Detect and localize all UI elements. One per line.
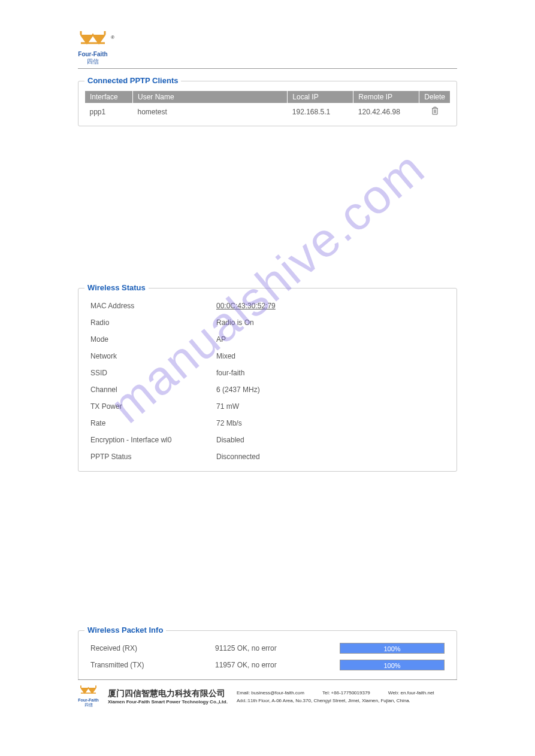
col-remoteip: Remote IP: [353, 91, 419, 104]
status-row: Radio Radio is On: [84, 314, 451, 331]
page-content: Four-Faith 四信 ® Connected PPTP Clients I…: [0, 0, 535, 680]
footer-tel: Tel: +86-17750019379: [322, 690, 370, 696]
cell-remoteip: 120.42.46.98: [353, 104, 419, 120]
four-faith-logo-icon: [78, 30, 108, 51]
footer-brand-name: Four-Faith: [78, 698, 99, 702]
cell-delete: [419, 104, 451, 120]
page-footer: Four-Faith 四信 厦门四信智慧电力科技有限公司 Xiamen Four…: [78, 679, 457, 708]
footer-logo: Four-Faith 四信: [78, 685, 99, 708]
brand-sub: 四信: [87, 57, 99, 66]
col-delete: Delete: [419, 91, 451, 104]
status-value: 72 Mb/s: [216, 419, 445, 427]
footer-web: Web: en.four-faith.net: [388, 690, 434, 696]
status-row: Channel 6 (2437 MHz): [84, 381, 451, 398]
status-value: Disconnected: [216, 453, 445, 461]
packet-row: Transmitted (TX) 11957 OK, no error 100%: [84, 657, 451, 673]
status-value: Radio is On: [216, 318, 445, 327]
wireless-status-title: Wireless Status: [84, 283, 149, 292]
footer-company: 厦门四信智慧电力科技有限公司 Xiamen Four-Faith Smart P…: [108, 688, 228, 705]
status-label: Channel: [90, 385, 216, 394]
status-row: SSID four-faith: [84, 365, 451, 381]
trash-icon[interactable]: [431, 108, 439, 117]
cell-interface: ppp1: [85, 104, 133, 120]
packet-value: 11957 OK, no error: [215, 661, 340, 669]
status-row: Rate 72 Mb/s: [84, 415, 451, 432]
footer-company-en: Xiamen Four-Faith Smart Power Technology…: [108, 699, 228, 705]
footer-contact: Email: business@four-faith.com Tel: +86-…: [237, 690, 434, 703]
progress-container: 100%: [340, 643, 445, 654]
table-header-row: Interface User Name Local IP Remote IP D…: [85, 91, 451, 104]
footer-company-cn: 厦门四信智慧电力科技有限公司: [108, 688, 228, 699]
packet-label: Transmitted (TX): [90, 661, 215, 669]
wireless-packet-panel: Wireless Packet Info Received (RX) 91125…: [78, 630, 457, 680]
pptp-clients-panel: Connected PPTP Clients Interface User Na…: [78, 81, 457, 126]
footer-email: Email: business@four-faith.com: [237, 690, 304, 696]
packet-row: Received (RX) 91125 OK, no error 100%: [84, 640, 451, 657]
status-value: 71 mW: [216, 402, 445, 411]
cell-localip: 192.168.5.1: [288, 104, 353, 120]
status-row: Encryption - Interface wl0 Disabled: [84, 432, 451, 448]
status-label: Mode: [90, 335, 216, 344]
packet-label: Received (RX): [90, 644, 215, 652]
col-localip: Local IP: [288, 91, 353, 104]
status-row: PPTP Status Disconnected: [84, 448, 451, 465]
footer-contact-row: Email: business@four-faith.com Tel: +86-…: [237, 690, 434, 696]
status-label: Encryption - Interface wl0: [90, 436, 216, 444]
status-label: Rate: [90, 419, 216, 427]
header-logo-bar: Four-Faith 四信 ®: [78, 30, 457, 69]
footer-address: Add.:11th Floor, A-06 Area, No.370, Chen…: [237, 698, 434, 703]
pptp-clients-table: Interface User Name Local IP Remote IP D…: [84, 90, 451, 120]
progress-bar: 100%: [340, 643, 445, 654]
status-value: Mixed: [216, 352, 445, 360]
trademark-icon: ®: [111, 35, 114, 40]
footer-brand-sub: 四信: [84, 702, 93, 708]
status-row: Network Mixed: [84, 348, 451, 365]
packet-panel-title: Wireless Packet Info: [84, 626, 166, 634]
wireless-status-panel: Wireless Status MAC Address 00:0C:43:30:…: [78, 288, 457, 472]
status-value: four-faith: [216, 369, 445, 377]
status-row: TX Power 71 mW: [84, 398, 451, 415]
four-faith-logo-icon: [78, 685, 99, 698]
status-row: Mode AP: [84, 331, 451, 348]
brand-logo: Four-Faith 四信: [78, 30, 108, 66]
progress-bar: 100%: [340, 660, 445, 670]
progress-container: 100%: [340, 660, 445, 670]
status-label: Radio: [90, 318, 216, 327]
status-value: AP: [216, 335, 445, 344]
status-label: MAC Address: [90, 302, 216, 310]
status-label: Network: [90, 352, 216, 360]
cell-username: hometest: [133, 104, 288, 120]
packet-value: 91125 OK, no error: [215, 644, 340, 652]
status-row: MAC Address 00:0C:43:30:52:79: [84, 297, 451, 314]
pptp-panel-title: Connected PPTP Clients: [84, 76, 181, 85]
table-row: ppp1 hometest 192.168.5.1 120.42.46.98: [85, 104, 451, 120]
status-label: PPTP Status: [90, 453, 216, 461]
status-label: TX Power: [90, 402, 216, 411]
col-interface: Interface: [85, 91, 133, 104]
status-value: Disabled: [216, 436, 445, 444]
col-username: User Name: [133, 91, 288, 104]
status-value: 6 (2437 MHz): [216, 385, 445, 394]
brand-name: Four-Faith: [78, 51, 107, 57]
status-label: SSID: [90, 369, 216, 377]
status-value: 00:0C:43:30:52:79: [216, 302, 445, 310]
